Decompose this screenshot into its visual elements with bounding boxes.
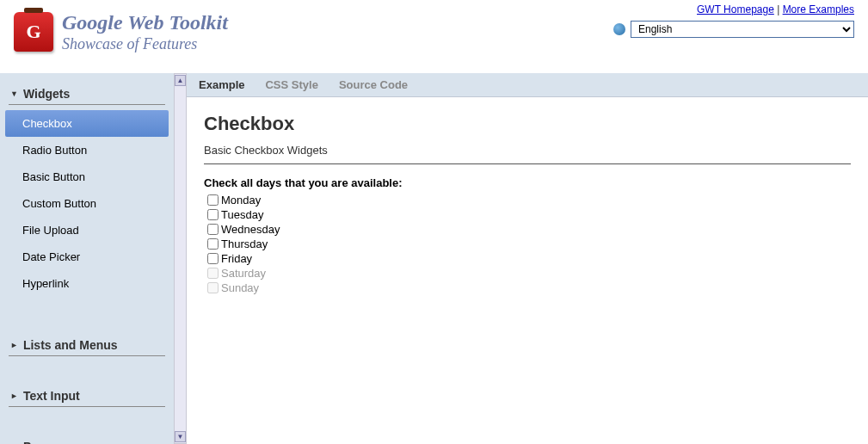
widgets-items: Checkbox Radio Button Basic Button Custo… bbox=[5, 105, 169, 297]
app-title: Google Web Toolkit bbox=[62, 10, 228, 35]
gwt-homepage-link[interactable]: GWT Homepage bbox=[697, 3, 774, 15]
tab-css-style[interactable]: CSS Style bbox=[265, 78, 317, 91]
logo-letter: G bbox=[26, 21, 40, 43]
chevron-down-icon: ▼ bbox=[10, 89, 18, 98]
sidebar: ▼ Widgets Checkbox Radio Button Basic Bu… bbox=[0, 73, 174, 444]
sidebar-scrollbar[interactable]: ▲ ▼ bbox=[174, 73, 187, 444]
checkbox-label: Monday bbox=[221, 194, 261, 207]
checkbox-label: Tuesday bbox=[221, 208, 263, 221]
page-title: Checkbox bbox=[204, 113, 851, 135]
section-label: Widgets bbox=[23, 87, 70, 101]
checkbox-input[interactable] bbox=[207, 238, 219, 250]
scroll-down-icon[interactable]: ▼ bbox=[175, 431, 186, 442]
title-stack: Google Web Toolkit Showcase of Features bbox=[62, 10, 228, 53]
sidebar-item-hyperlink[interactable]: Hyperlink bbox=[5, 270, 169, 297]
tab-source-code[interactable]: Source Code bbox=[339, 78, 408, 91]
content: Checkbox Basic Checkbox Widgets Check al… bbox=[187, 97, 868, 311]
logo-icon: G bbox=[14, 12, 53, 52]
tab-example[interactable]: Example bbox=[199, 78, 244, 91]
divider bbox=[204, 163, 851, 164]
section-label: Text Input bbox=[23, 389, 80, 403]
language-row: English bbox=[613, 21, 854, 38]
checkbox-input bbox=[207, 282, 219, 293]
link-separator: | bbox=[774, 3, 783, 15]
checkbox-label: Friday bbox=[221, 252, 252, 265]
page-description: Basic Checkbox Widgets bbox=[204, 144, 851, 157]
checkbox-thursday[interactable]: Thursday bbox=[204, 237, 851, 251]
chevron-right-icon: ► bbox=[10, 392, 18, 400]
checkbox-sunday: Sunday bbox=[204, 281, 851, 295]
main: Example CSS Style Source Code Checkbox B… bbox=[187, 73, 868, 444]
scroll-up-icon[interactable]: ▲ bbox=[175, 75, 186, 86]
sidebar-item-file-upload[interactable]: File Upload bbox=[5, 217, 169, 244]
sidebar-item-basic-button[interactable]: Basic Button bbox=[5, 163, 169, 190]
tabbar: Example CSS Style Source Code bbox=[187, 73, 868, 97]
sidebar-wrap: ▼ Widgets Checkbox Radio Button Basic Bu… bbox=[0, 73, 187, 444]
checkbox-label: Wednesday bbox=[221, 223, 280, 236]
checkbox-label: Saturday bbox=[221, 267, 266, 280]
checkbox-input bbox=[207, 268, 219, 279]
section-label: Lists and Menus bbox=[23, 338, 118, 352]
checkbox-prompt: Check all days that you are available: bbox=[204, 176, 851, 189]
checkbox-saturday: Saturday bbox=[204, 266, 851, 281]
section-label: Popups bbox=[23, 440, 67, 444]
checkbox-input[interactable] bbox=[207, 194, 219, 206]
sidebar-item-date-picker[interactable]: Date Picker bbox=[5, 244, 169, 270]
chevron-right-icon: ► bbox=[10, 341, 18, 349]
header: GWT Homepage | More Examples English G G… bbox=[0, 0, 868, 73]
checkbox-input[interactable] bbox=[207, 253, 219, 264]
language-select[interactable]: English bbox=[631, 21, 854, 38]
checkbox-label: Thursday bbox=[221, 237, 268, 250]
checkbox-input[interactable] bbox=[207, 209, 219, 220]
section-popups[interactable]: ► Popups bbox=[9, 435, 165, 444]
section-lists-and-menus[interactable]: ► Lists and Menus bbox=[9, 333, 165, 356]
body-area: ▼ Widgets Checkbox Radio Button Basic Bu… bbox=[0, 73, 868, 444]
checkbox-input[interactable] bbox=[207, 224, 219, 235]
more-examples-link[interactable]: More Examples bbox=[783, 3, 854, 15]
checkbox-tuesday[interactable]: Tuesday bbox=[204, 207, 851, 222]
checkbox-label: Sunday bbox=[221, 281, 259, 294]
globe-icon bbox=[613, 23, 625, 35]
sidebar-item-custom-button[interactable]: Custom Button bbox=[5, 190, 169, 217]
checkbox-friday[interactable]: Friday bbox=[204, 251, 851, 266]
top-links: GWT Homepage | More Examples bbox=[697, 3, 854, 15]
app-subtitle: Showcase of Features bbox=[62, 35, 228, 54]
section-text-input[interactable]: ► Text Input bbox=[9, 384, 165, 407]
sidebar-item-radio-button[interactable]: Radio Button bbox=[5, 137, 169, 163]
section-widgets[interactable]: ▼ Widgets bbox=[9, 82, 165, 105]
sidebar-item-checkbox[interactable]: Checkbox bbox=[5, 110, 169, 137]
checkbox-monday[interactable]: Monday bbox=[204, 193, 851, 207]
checkbox-wednesday[interactable]: Wednesday bbox=[204, 222, 851, 237]
